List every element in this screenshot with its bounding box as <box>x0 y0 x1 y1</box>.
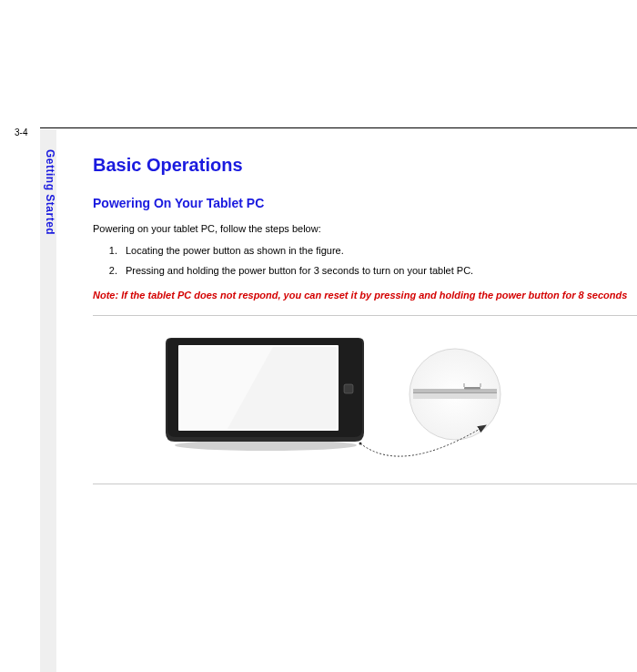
step-item: Locating the power button as shown in th… <box>120 245 637 256</box>
figure-power-button <box>93 331 602 476</box>
svg-point-13 <box>359 443 362 445</box>
main-content: Basic Operations Powering On Your Tablet… <box>93 155 637 499</box>
heading-basic-operations: Basic Operations <box>93 155 637 176</box>
section-side-label: Getting Started <box>40 149 56 235</box>
callout-arrow <box>93 331 602 476</box>
warning-note: Note: If the tablet PC does not respond,… <box>93 285 637 306</box>
divider <box>93 315 637 316</box>
divider <box>93 484 637 484</box>
page-number: 3-4 <box>15 127 27 137</box>
steps-list: Locating the power button as shown in th… <box>93 245 637 276</box>
subheading-powering-on: Powering On Your Tablet PC <box>93 196 637 210</box>
step-item: Pressing and holding the power button fo… <box>120 265 637 276</box>
top-rule <box>0 127 637 128</box>
document-page: 3-4 Getting Started Basic Operations Pow… <box>0 0 637 672</box>
intro-text: Powering on your tablet PC, follow the s… <box>93 223 637 234</box>
